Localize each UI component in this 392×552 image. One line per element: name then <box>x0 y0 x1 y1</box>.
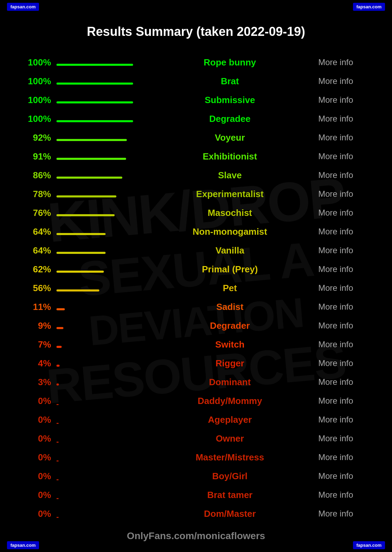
bar-fill <box>56 327 63 329</box>
table-row: 86% Slave More info <box>14 166 378 185</box>
bar-fill <box>56 195 116 197</box>
more-info-button[interactable]: More info <box>293 166 378 185</box>
more-info-button[interactable]: More info <box>293 53 378 72</box>
more-info-button[interactable]: More info <box>293 448 378 467</box>
label-cell: Daddy/Mommy <box>166 391 293 410</box>
more-info-button[interactable]: More info <box>293 316 378 335</box>
label-cell: Rigger <box>166 354 293 373</box>
more-info-button[interactable]: More info <box>293 297 378 316</box>
bar-cell <box>56 297 167 316</box>
percent-cell: 100% <box>14 91 56 109</box>
label-cell: Submissive <box>166 91 293 109</box>
table-row: 0% - Daddy/Mommy More info <box>14 391 378 410</box>
more-info-button[interactable]: More info <box>293 222 378 241</box>
percent-cell: 4% <box>14 354 56 373</box>
bar-cell: - <box>56 504 167 523</box>
more-info-button[interactable]: More info <box>293 354 378 373</box>
percent-cell: 0% <box>14 504 56 523</box>
percent-cell: 0% <box>14 391 56 410</box>
bar-fill <box>56 308 65 310</box>
table-row: 7% Switch More info <box>14 335 378 354</box>
bar-fill <box>56 101 133 103</box>
percent-cell: 9% <box>14 316 56 335</box>
corner-label-bottom-right: fapsan.com <box>353 541 385 549</box>
label-cell: Slave <box>166 166 293 185</box>
corner-label-top-right: fapsan.com <box>353 3 385 11</box>
more-info-button[interactable]: More info <box>293 335 378 354</box>
percent-cell: 0% <box>14 448 56 467</box>
more-info-button[interactable]: More info <box>293 147 378 166</box>
bar-cell <box>56 241 167 260</box>
more-info-button[interactable]: More info <box>293 260 378 279</box>
page-title: Results Summary (taken 2022-09-19) <box>14 21 378 42</box>
table-row: 92% Voyeur More info <box>14 128 378 147</box>
label-cell: Degrader <box>166 316 293 335</box>
more-info-button[interactable]: More info <box>293 203 378 222</box>
table-row: 0% - Ageplayer More info <box>14 410 378 429</box>
label-cell: Rope bunny <box>166 53 293 72</box>
percent-cell: 86% <box>14 166 56 185</box>
percent-cell: 100% <box>14 72 56 91</box>
percent-cell: 100% <box>14 109 56 128</box>
bar-fill <box>56 365 60 367</box>
table-row: 100% Degradee More info <box>14 109 378 128</box>
more-info-button[interactable]: More info <box>293 467 378 485</box>
table-row: 4% Rigger More info <box>14 354 378 373</box>
more-info-button[interactable]: More info <box>293 410 378 429</box>
bar-fill <box>56 139 127 141</box>
label-cell: Non-monogamist <box>166 222 293 241</box>
percent-cell: 100% <box>14 53 56 72</box>
label-cell: Pet <box>166 279 293 297</box>
bar-cell <box>56 109 167 128</box>
table-row: 62% Primal (Prey) More info <box>14 260 378 279</box>
more-info-button[interactable]: More info <box>293 373 378 391</box>
more-info-button[interactable]: More info <box>293 485 378 504</box>
table-row: 100% Brat More info <box>14 72 378 91</box>
more-info-button[interactable]: More info <box>293 504 378 523</box>
bar-cell: - <box>56 467 167 485</box>
bar-cell <box>56 166 167 185</box>
bar-cell <box>56 373 167 391</box>
label-cell: Master/Mistress <box>166 448 293 467</box>
percent-cell: 0% <box>14 485 56 504</box>
bar-cell <box>56 316 167 335</box>
percent-cell: 56% <box>14 279 56 297</box>
more-info-button[interactable]: More info <box>293 185 378 203</box>
percent-cell: 76% <box>14 203 56 222</box>
bar-cell <box>56 91 167 109</box>
percent-cell: 0% <box>14 467 56 485</box>
bar-cell <box>56 53 167 72</box>
corner-label-bottom-left: fapsan.com <box>7 541 39 549</box>
percent-cell: 91% <box>14 147 56 166</box>
bar-fill <box>56 214 115 216</box>
label-cell: Primal (Prey) <box>166 260 293 279</box>
table-row: 11% Sadist More info <box>14 297 378 316</box>
corner-label-top-left: fapsan.com <box>7 3 39 11</box>
more-info-button[interactable]: More info <box>293 91 378 109</box>
bar-fill <box>56 158 126 160</box>
bar-cell <box>56 72 167 91</box>
bar-fill <box>56 177 122 179</box>
percent-cell: 92% <box>14 128 56 147</box>
bar-fill <box>56 233 106 235</box>
more-info-button[interactable]: More info <box>293 128 378 147</box>
bar-fill <box>56 252 106 254</box>
label-cell: Degradee <box>166 109 293 128</box>
table-row: 91% Exhibitionist More info <box>14 147 378 166</box>
table-row: 64% Vanilla More info <box>14 241 378 260</box>
more-info-button[interactable]: More info <box>293 279 378 297</box>
bar-cell: - <box>56 391 167 410</box>
label-cell: Owner <box>166 429 293 448</box>
more-info-button[interactable]: More info <box>293 391 378 410</box>
more-info-button[interactable]: More info <box>293 109 378 128</box>
table-row: 0% - Owner More info <box>14 429 378 448</box>
percent-cell: 11% <box>14 297 56 316</box>
more-info-button[interactable]: More info <box>293 429 378 448</box>
more-info-button[interactable]: More info <box>293 72 378 91</box>
label-cell: Vanilla <box>166 241 293 260</box>
label-cell: Voyeur <box>166 128 293 147</box>
table-row: 100% Submissive More info <box>14 91 378 109</box>
more-info-button[interactable]: More info <box>293 241 378 260</box>
table-row: 78% Experimentalist More info <box>14 185 378 203</box>
corner-labels-bottom: fapsan.com fapsan.com <box>0 538 392 552</box>
